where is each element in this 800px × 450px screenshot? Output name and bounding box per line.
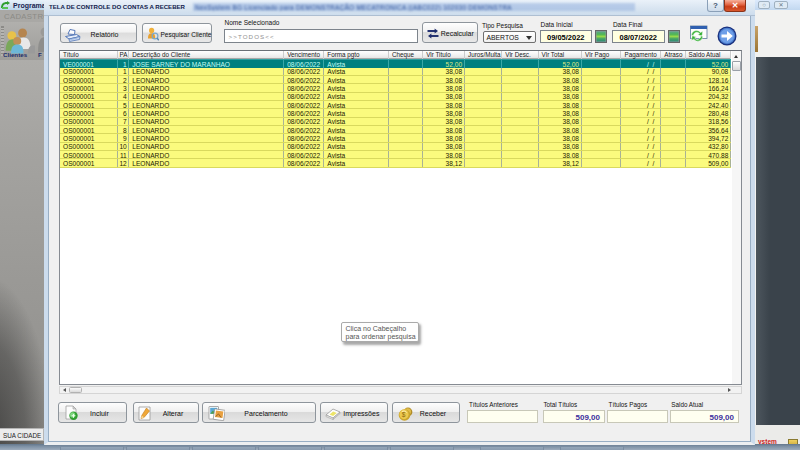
svg-text:$: $ [401,411,405,418]
